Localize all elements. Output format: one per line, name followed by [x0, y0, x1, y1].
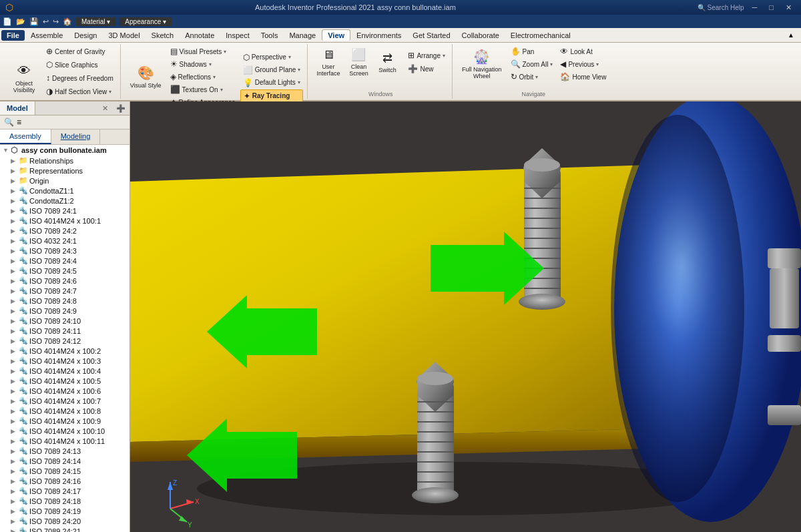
expand-icon: ▶	[11, 368, 17, 374]
file-new-icon[interactable]: 📄	[3, 17, 12, 26]
ground-plane-button[interactable]: ⬜ Ground Plane ▾	[240, 64, 304, 76]
tree-item-iso4014m24_3[interactable]: ▶ 🔩 ISO 4014M24 x 100:3	[0, 356, 129, 366]
tree-item-iso7089_24_11[interactable]: ▶ 🔩 ISO 7089 24:11	[0, 326, 129, 336]
menu-view[interactable]: View	[322, 29, 350, 41]
menu-design[interactable]: Design	[69, 30, 102, 41]
tree-item-iso7089_24_17[interactable]: ▶ 🔩 ISO 7089 24:17	[0, 486, 129, 496]
menu-icon[interactable]: ≡	[17, 117, 21, 127]
tree-item-origin[interactable]: ▶ 📁 Origin	[0, 176, 129, 186]
tree-item-iso4014m24_4[interactable]: ▶ 🔩 ISO 4014M24 x 100:4	[0, 366, 129, 376]
menu-tools[interactable]: Tools	[256, 30, 284, 41]
panel-close-button[interactable]: ✕	[98, 103, 112, 114]
menu-annotate[interactable]: Annotate	[180, 30, 220, 41]
tree-item-relationships[interactable]: ▶ 📁 Relationships	[0, 156, 129, 166]
modeling-subtab[interactable]: Modeling	[51, 129, 101, 144]
menu-collaborate[interactable]: Collaborate	[457, 30, 505, 41]
tree-item-iso7089_24_4[interactable]: ▶ 🔩 ISO 7089 24:4	[0, 256, 129, 266]
menu-file[interactable]: File	[1, 30, 25, 41]
save-icon[interactable]: 💾	[29, 17, 39, 26]
tree-item-iso4014m24_6[interactable]: ▶ 🔩 ISO 4014M24 x 100:6	[0, 386, 129, 396]
ray-tracing-button[interactable]: ✦ Ray Tracing	[240, 89, 304, 103]
menu-3dmodel[interactable]: 3D Model	[103, 30, 146, 41]
tree-item-iso4014m24_9[interactable]: ▶ 🔩 ISO 4014M24 x 100:9	[0, 416, 129, 426]
object-visibility-button[interactable]: 👁 Object Visibility	[7, 61, 41, 96]
tree-item-iso4014m24_11[interactable]: ▶ 🔩 ISO 4014M24 x 100:11	[0, 436, 129, 446]
tree-item-iso4014m24_2[interactable]: ▶ 🔩 ISO 4014M24 x 100:2	[0, 346, 129, 356]
undo-icon[interactable]: ↩	[43, 17, 49, 26]
tree-root-item[interactable]: ▼ ⬡ assy conn bullonate.iam	[0, 145, 129, 156]
home-icon[interactable]: 🏠	[63, 17, 72, 26]
tree-item-iso4014m24_1[interactable]: ▶ 🔩 ISO 4014M24 x 100:1	[0, 216, 129, 226]
arrange-button[interactable]: ⊞ Arrange ▾	[405, 49, 448, 61]
tree-item-iso7089_24_18[interactable]: ▶ 🔩 ISO 7089 24:18	[0, 496, 129, 506]
tree-item-condottaz1_1[interactable]: ▶ 🔩 CondottaZ1:1	[0, 186, 129, 196]
viewport[interactable]: Z X Y	[130, 101, 801, 532]
tree-item-iso7089_24_5[interactable]: ▶ 🔩 ISO 7089 24:5	[0, 266, 129, 276]
minimize-button[interactable]: ─	[748, 3, 762, 11]
tree-item-iso4014m24_10[interactable]: ▶ 🔩 ISO 4014M24 x 100:10	[0, 426, 129, 436]
panel-add-button[interactable]: ➕	[112, 103, 129, 114]
maximize-button[interactable]: □	[765, 3, 778, 11]
search-icon[interactable]: 🔍	[4, 117, 14, 127]
home-view-button[interactable]: 🏠 Home View	[557, 71, 609, 83]
tree-item-iso7089_24_9[interactable]: ▶ 🔩 ISO 7089 24:9	[0, 306, 129, 316]
tree-item-iso7089_24_16[interactable]: ▶ 🔩 ISO 7089 24:16	[0, 476, 129, 486]
menu-sketch[interactable]: Sketch	[146, 30, 180, 41]
tree-item-iso7089_24_10[interactable]: ▶ 🔩 ISO 7089 24:10	[0, 316, 129, 326]
pan-button[interactable]: ✋ Pan	[508, 45, 556, 57]
full-nav-wheel-button[interactable]: 🎡 Full Navigation Wheel	[458, 46, 506, 82]
tree-item-iso7089_24_8[interactable]: ▶ 🔩 ISO 7089 24:8	[0, 296, 129, 306]
switch-button[interactable]: ⇄ Switch	[374, 49, 400, 75]
tree-item-iso7089_24_2[interactable]: ▶ 🔩 ISO 7089 24:2	[0, 226, 129, 236]
tree-item-iso7089_24_19[interactable]: ▶ 🔩 ISO 7089 24:19	[0, 506, 129, 516]
menu-manage[interactable]: Manage	[284, 30, 321, 41]
tree-item-iso7089_24_20[interactable]: ▶ 🔩 ISO 7089 24:20	[0, 516, 129, 526]
menu-environments[interactable]: Environments	[351, 30, 407, 41]
user-interface-button[interactable]: 🖥 User Interface	[313, 46, 343, 79]
tree-item-iso4014m24_8[interactable]: ▶ 🔩 ISO 4014M24 x 100:8	[0, 406, 129, 416]
tree-item-iso7089_24_3[interactable]: ▶ 🔩 ISO 7089 24:3	[0, 246, 129, 256]
tree-item-iso7089_24_7[interactable]: ▶ 🔩 ISO 7089 24:7	[0, 286, 129, 296]
tree-item-iso7089_24_12[interactable]: ▶ 🔩 ISO 7089 24:12	[0, 336, 129, 346]
previous-button[interactable]: ◀ Previous ▾	[557, 58, 609, 70]
tree-item-condottaz1_2[interactable]: ▶ 🔩 CondottaZ1:2	[0, 196, 129, 206]
shadows-button[interactable]: ☀ Shadows ▾	[168, 58, 238, 70]
visual-style-button[interactable]: 🎨 Visual Style	[126, 62, 166, 91]
clean-screen-button[interactable]: ⬜ Clean Screen	[345, 45, 372, 79]
material-dropdown[interactable]: Material ▾	[76, 17, 115, 26]
reflections-button[interactable]: ◈ Reflections ▾	[168, 71, 238, 83]
tree-item-iso7089_24_6[interactable]: ▶ 🔩 ISO 7089 24:6	[0, 276, 129, 286]
degrees-freedom-button[interactable]: ↕ Degrees of Freedom	[43, 72, 116, 84]
look-at-button[interactable]: 👁 Look At	[557, 45, 609, 57]
assembly-subtab[interactable]: Assembly	[0, 129, 51, 144]
tree-item-iso7089_24_13[interactable]: ▶ 🔩 ISO 7089 24:13	[0, 446, 129, 456]
redo-icon[interactable]: ↪	[53, 17, 59, 26]
menu-inspect[interactable]: Inspect	[220, 30, 254, 41]
menu-electromechanical[interactable]: Electromechanical	[505, 30, 576, 41]
tree-item-iso7089_24_14[interactable]: ▶ 🔩 ISO 7089 24:14	[0, 456, 129, 466]
model-panel-tab[interactable]: Model	[0, 101, 35, 115]
tree-item-iso4014m24_7[interactable]: ▶ 🔩 ISO 4014M24 x 100:7	[0, 396, 129, 406]
orbit-button[interactable]: ↻ Orbit ▾	[508, 71, 556, 83]
tree-item-iso4032m24_1[interactable]: ▶ 🔩 ISO 4032 24:1	[0, 236, 129, 246]
ribbon-toggle[interactable]: ▲	[782, 30, 800, 40]
tree-item-iso7089_24_1[interactable]: ▶ 🔩 ISO 7089 24:1	[0, 206, 129, 216]
zoom-all-button[interactable]: 🔍 Zoom All ▾	[508, 58, 556, 70]
tree-item-iso7089_24_15[interactable]: ▶ 🔩 ISO 7089 24:15	[0, 466, 129, 476]
new-window-button[interactable]: ➕ New	[405, 63, 448, 75]
menu-get-started[interactable]: Get Started	[407, 30, 455, 41]
default-lights-button[interactable]: 💡 Default Lights ▾	[240, 77, 304, 89]
close-button[interactable]: ✕	[782, 3, 796, 12]
textures-button[interactable]: ⬛ Textures On ▾	[168, 83, 238, 95]
center-of-gravity-button[interactable]: ⊕ Center of Gravity	[43, 45, 116, 57]
tree-item-iso7089_24_21[interactable]: ▶ 🔩 ISO 7089 24:21	[0, 526, 129, 532]
appearance-dropdown[interactable]: Appearance ▾	[119, 17, 172, 26]
perspective-button[interactable]: ⬡ Perspective ▾	[240, 51, 304, 63]
menu-assemble[interactable]: Assemble	[25, 30, 68, 41]
half-section-button[interactable]: ◑ Half Section View ▾	[43, 85, 116, 97]
visual-presets-button[interactable]: ▤ Visual Presets ▾	[168, 45, 238, 57]
tree-item-iso4014m24_5[interactable]: ▶ 🔩 ISO 4014M24 x 100:5	[0, 376, 129, 386]
slice-graphics-button[interactable]: ⬡ Slice Graphics	[43, 59, 116, 71]
open-icon[interactable]: 📂	[16, 17, 25, 26]
tree-item-representations[interactable]: ▶ 📁 Representations	[0, 166, 129, 176]
